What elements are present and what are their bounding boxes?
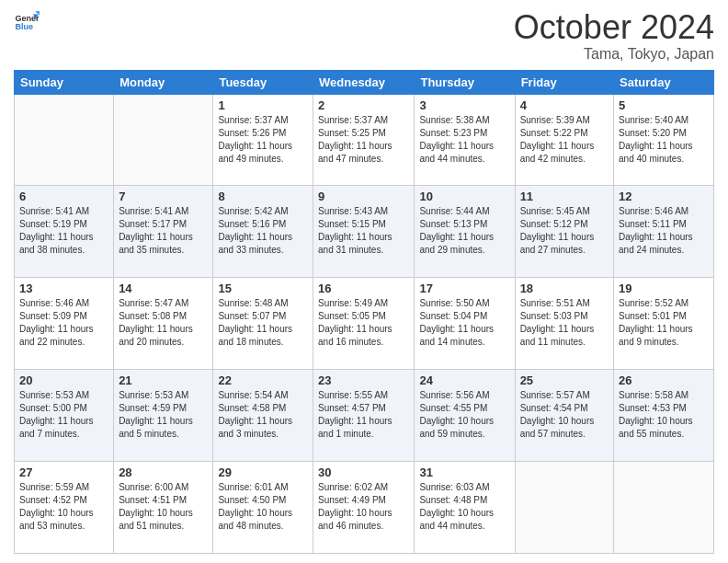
cell-details: Sunrise: 5:39 AMSunset: 5:22 PMDaylight:… — [520, 114, 609, 166]
calendar-week-row: 6Sunrise: 5:41 AMSunset: 5:19 PMDaylight… — [15, 186, 714, 278]
day-number: 17 — [419, 282, 509, 295]
cell-details: Sunrise: 5:52 AMSunset: 5:01 PMDaylight:… — [619, 297, 709, 349]
cell-details: Sunrise: 5:40 AMSunset: 5:20 PMDaylight:… — [619, 114, 709, 166]
day-header-thursday: Thursday — [415, 70, 515, 94]
calendar-cell: 25Sunrise: 5:57 AMSunset: 4:54 PMDayligh… — [515, 370, 613, 462]
calendar-header-row: SundayMondayTuesdayWednesdayThursdayFrid… — [15, 70, 714, 94]
day-header-tuesday: Tuesday — [213, 70, 313, 94]
day-number: 10 — [419, 190, 509, 203]
calendar-cell: 15Sunrise: 5:48 AMSunset: 5:07 PMDayligh… — [213, 278, 313, 370]
cell-details: Sunrise: 6:01 AMSunset: 4:50 PMDaylight:… — [218, 481, 308, 533]
calendar-cell: 6Sunrise: 5:41 AMSunset: 5:19 PMDaylight… — [15, 186, 114, 278]
calendar-cell: 27Sunrise: 5:59 AMSunset: 4:52 PMDayligh… — [15, 462, 114, 554]
calendar-cell — [614, 462, 714, 554]
calendar-cell: 14Sunrise: 5:47 AMSunset: 5:08 PMDayligh… — [114, 278, 213, 370]
day-number: 31 — [419, 465, 509, 479]
day-header-sunday: Sunday — [15, 70, 114, 94]
cell-details: Sunrise: 5:53 AMSunset: 5:00 PMDaylight:… — [19, 389, 108, 441]
cell-details: Sunrise: 5:41 AMSunset: 5:19 PMDaylight:… — [19, 205, 108, 257]
day-number: 22 — [218, 373, 308, 387]
calendar-cell: 2Sunrise: 5:37 AMSunset: 5:25 PMDaylight… — [313, 94, 415, 186]
cell-details: Sunrise: 5:44 AMSunset: 5:13 PMDaylight:… — [419, 205, 509, 257]
cell-details: Sunrise: 5:57 AMSunset: 4:54 PMDaylight:… — [520, 389, 609, 441]
calendar-cell: 29Sunrise: 6:01 AMSunset: 4:50 PMDayligh… — [213, 462, 313, 554]
calendar-cell: 22Sunrise: 5:54 AMSunset: 4:58 PMDayligh… — [213, 370, 313, 462]
day-number: 5 — [619, 98, 709, 112]
day-number: 11 — [520, 190, 609, 203]
day-number: 27 — [19, 465, 108, 479]
cell-details: Sunrise: 5:37 AMSunset: 5:26 PMDaylight:… — [218, 114, 308, 166]
cell-details: Sunrise: 5:43 AMSunset: 5:15 PMDaylight:… — [318, 205, 409, 257]
day-number: 7 — [119, 190, 208, 203]
cell-details: Sunrise: 5:37 AMSunset: 5:25 PMDaylight:… — [318, 114, 409, 166]
day-number: 1 — [218, 98, 308, 112]
day-number: 30 — [318, 465, 409, 479]
cell-details: Sunrise: 5:51 AMSunset: 5:03 PMDaylight:… — [520, 297, 609, 349]
day-number: 24 — [419, 373, 509, 387]
day-number: 26 — [619, 373, 709, 387]
day-number: 23 — [318, 373, 409, 387]
day-number: 4 — [520, 98, 609, 112]
cell-details: Sunrise: 6:02 AMSunset: 4:49 PMDaylight:… — [318, 481, 409, 533]
calendar-cell: 26Sunrise: 5:58 AMSunset: 4:53 PMDayligh… — [614, 370, 714, 462]
title-block: October 2024 Tama, Tokyo, Japan — [514, 9, 714, 63]
svg-text:Blue: Blue — [15, 22, 33, 31]
cell-details: Sunrise: 6:03 AMSunset: 4:48 PMDaylight:… — [419, 481, 509, 533]
page-header: General Blue October 2024 Tama, Tokyo, J… — [14, 9, 714, 63]
cell-details: Sunrise: 5:46 AMSunset: 5:11 PMDaylight:… — [619, 205, 709, 257]
calendar-cell: 31Sunrise: 6:03 AMSunset: 4:48 PMDayligh… — [415, 462, 515, 554]
day-number: 18 — [520, 282, 609, 295]
calendar-cell: 1Sunrise: 5:37 AMSunset: 5:26 PMDaylight… — [213, 94, 313, 186]
calendar-cell — [15, 94, 114, 186]
day-number: 8 — [218, 190, 308, 203]
calendar-cell: 16Sunrise: 5:49 AMSunset: 5:05 PMDayligh… — [313, 278, 415, 370]
cell-details: Sunrise: 5:53 AMSunset: 4:59 PMDaylight:… — [119, 389, 208, 441]
day-number: 14 — [119, 282, 208, 295]
calendar-cell: 21Sunrise: 5:53 AMSunset: 4:59 PMDayligh… — [114, 370, 213, 462]
cell-details: Sunrise: 5:58 AMSunset: 4:53 PMDaylight:… — [619, 389, 709, 441]
day-number: 15 — [218, 282, 308, 295]
calendar-cell: 24Sunrise: 5:56 AMSunset: 4:55 PMDayligh… — [415, 370, 515, 462]
day-number: 16 — [318, 282, 409, 295]
month-title: October 2024 — [514, 9, 714, 46]
calendar-cell: 8Sunrise: 5:42 AMSunset: 5:16 PMDaylight… — [213, 186, 313, 278]
day-number: 28 — [119, 465, 208, 479]
calendar-cell: 28Sunrise: 6:00 AMSunset: 4:51 PMDayligh… — [114, 462, 213, 554]
calendar-cell: 20Sunrise: 5:53 AMSunset: 5:00 PMDayligh… — [15, 370, 114, 462]
day-number: 2 — [318, 98, 409, 112]
calendar-cell — [114, 94, 213, 186]
cell-details: Sunrise: 5:48 AMSunset: 5:07 PMDaylight:… — [218, 297, 308, 349]
cell-details: Sunrise: 5:49 AMSunset: 5:05 PMDaylight:… — [318, 297, 409, 349]
calendar-week-row: 13Sunrise: 5:46 AMSunset: 5:09 PMDayligh… — [15, 278, 714, 370]
day-number: 3 — [419, 98, 509, 112]
day-number: 20 — [19, 373, 108, 387]
day-number: 12 — [619, 190, 709, 203]
cell-details: Sunrise: 5:50 AMSunset: 5:04 PMDaylight:… — [419, 297, 509, 349]
cell-details: Sunrise: 5:56 AMSunset: 4:55 PMDaylight:… — [419, 389, 509, 441]
calendar-cell: 18Sunrise: 5:51 AMSunset: 5:03 PMDayligh… — [515, 278, 613, 370]
cell-details: Sunrise: 6:00 AMSunset: 4:51 PMDaylight:… — [119, 481, 208, 533]
cell-details: Sunrise: 5:42 AMSunset: 5:16 PMDaylight:… — [218, 205, 308, 257]
day-header-friday: Friday — [515, 70, 613, 94]
cell-details: Sunrise: 5:46 AMSunset: 5:09 PMDaylight:… — [19, 297, 108, 349]
cell-details: Sunrise: 5:59 AMSunset: 4:52 PMDaylight:… — [19, 481, 108, 533]
calendar-cell: 11Sunrise: 5:45 AMSunset: 5:12 PMDayligh… — [515, 186, 613, 278]
calendar-cell: 7Sunrise: 5:41 AMSunset: 5:17 PMDaylight… — [114, 186, 213, 278]
cell-details: Sunrise: 5:38 AMSunset: 5:23 PMDaylight:… — [419, 114, 509, 166]
calendar-cell: 9Sunrise: 5:43 AMSunset: 5:15 PMDaylight… — [313, 186, 415, 278]
day-number: 19 — [619, 282, 709, 295]
calendar-cell: 30Sunrise: 6:02 AMSunset: 4:49 PMDayligh… — [313, 462, 415, 554]
day-number: 9 — [318, 190, 409, 203]
logo: General Blue — [14, 9, 40, 35]
calendar-cell: 4Sunrise: 5:39 AMSunset: 5:22 PMDaylight… — [515, 94, 613, 186]
day-number: 13 — [19, 282, 108, 295]
calendar-cell: 3Sunrise: 5:38 AMSunset: 5:23 PMDaylight… — [415, 94, 515, 186]
day-number: 25 — [520, 373, 609, 387]
day-number: 29 — [218, 465, 308, 479]
location-title: Tama, Tokyo, Japan — [514, 46, 714, 63]
day-header-saturday: Saturday — [614, 70, 714, 94]
cell-details: Sunrise: 5:41 AMSunset: 5:17 PMDaylight:… — [119, 205, 208, 257]
calendar-cell — [515, 462, 613, 554]
cell-details: Sunrise: 5:45 AMSunset: 5:12 PMDaylight:… — [520, 205, 609, 257]
day-number: 21 — [119, 373, 208, 387]
